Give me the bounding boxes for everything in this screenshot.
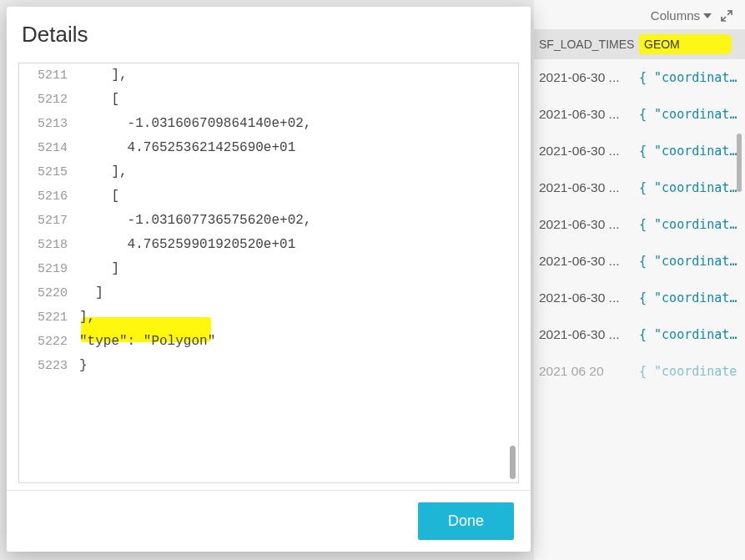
chevron-down-icon (703, 13, 712, 18)
table-row[interactable]: 2021-06-30 ...{ "coordinate... (534, 206, 745, 243)
cell-timestamp: 2021-06-30 ... (539, 217, 639, 232)
cell-geom[interactable]: { "coordinate... (639, 180, 740, 195)
done-button[interactable]: Done (418, 502, 514, 540)
code-line: 5212 [ (19, 88, 518, 112)
code-line: 5214 4.765253621425690e+01 (19, 136, 518, 160)
code-line: 5215 ], (19, 160, 518, 184)
code-text: -1.031607736575620e+02, (79, 209, 311, 232)
code-viewer[interactable]: 5211 ], 5212 [ 5213 -1.031606709864140e+… (18, 63, 519, 483)
table-row[interactable]: 2021-06-30 ...{ "coordinate... (534, 59, 745, 96)
line-number: 5211 (19, 64, 79, 88)
line-number: 5220 (19, 282, 79, 305)
table-row[interactable]: 2021-06-30 ...{ "coordinate... (534, 169, 745, 206)
cell-timestamp: 2021-06-30 ... (539, 327, 639, 342)
code-line: 5221], (19, 305, 518, 330)
grid-toolbar: Columns (534, 0, 745, 29)
cell-geom[interactable]: { "coordinate... (639, 327, 740, 342)
cell-geom[interactable]: { "coordinate... (639, 70, 740, 85)
column-header-label: SF_LOAD_TIMES (539, 38, 634, 51)
code-text: [ (79, 184, 119, 208)
scrollbar-thumb[interactable] (510, 446, 516, 479)
cell-timestamp: 2021-06-30 ... (539, 254, 639, 269)
code-text: ] (79, 281, 103, 305)
table-row[interactable]: 2021-06-30 ...{ "coordinate... (534, 243, 745, 280)
table-row[interactable]: 2021-06-30 ...{ "coordinate... (534, 316, 745, 353)
cell-timestamp: 2021-06-30 ... (539, 180, 639, 195)
cell-geom[interactable]: { "coordinate... (639, 217, 740, 232)
cell-geom[interactable]: { "coordinate... (639, 254, 740, 269)
line-number: 5215 (19, 161, 79, 184)
code-lines: 5211 ], 5212 [ 5213 -1.031606709864140e+… (19, 63, 518, 378)
cell-timestamp: 2021 06 20 (539, 364, 639, 379)
code-text: ], (79, 160, 128, 184)
details-modal: Details 5211 ], 5212 [ 5213 -1.031606709… (7, 7, 531, 552)
code-text: 4.765253621425690e+01 (79, 136, 295, 159)
column-header-sf-load-times[interactable]: SF_LOAD_TIMES (539, 38, 639, 51)
cell-timestamp: 2021-06-30 ... (539, 144, 639, 159)
line-number: 5218 (19, 234, 79, 257)
code-text: } (79, 354, 88, 377)
line-number: 5223 (19, 355, 79, 378)
scrollbar-thumb[interactable] (737, 134, 742, 192)
code-text: "type": "Polygon" (79, 330, 215, 353)
columns-dropdown[interactable]: Columns (651, 8, 712, 23)
column-header-label: GEOM (644, 38, 680, 51)
cell-geom[interactable]: { "coordinate... (639, 290, 740, 305)
grid-body: 2021-06-30 ...{ "coordinate... 2021-06-3… (534, 59, 745, 560)
results-grid: Columns SF_LOAD_TIMES GEOM 2021-06-30 ..… (534, 0, 745, 560)
code-line: 5211 ], (19, 63, 518, 88)
code-line: 5216 [ (19, 184, 518, 209)
cell-geom[interactable]: { "coordinate... (639, 107, 740, 122)
columns-label: Columns (651, 8, 700, 23)
cell-timestamp: 2021-06-30 ... (539, 107, 639, 122)
table-row[interactable]: 2021-06-30 ...{ "coordinate... (534, 96, 745, 133)
code-line: 5220 ] (19, 281, 518, 305)
line-number: 5214 (19, 137, 79, 160)
line-number: 5222 (19, 330, 79, 354)
grid-header-row: SF_LOAD_TIMES GEOM (534, 29, 745, 59)
code-line: 5223} (19, 354, 518, 378)
cell-geom[interactable]: { "coordinate... (639, 144, 740, 159)
cell-timestamp: 2021-06-30 ... (539, 70, 639, 85)
cell-timestamp: 2021-06-30 ... (539, 290, 639, 305)
code-line: 5222"type": "Polygon" (19, 330, 518, 354)
code-text: -1.031606709864140e+02, (79, 112, 311, 135)
line-number: 5219 (19, 258, 79, 281)
modal-footer: Done (7, 490, 531, 552)
code-line: 5213 -1.031606709864140e+02, (19, 112, 518, 136)
table-row[interactable]: 2021-06-30 ...{ "coordinate... (534, 280, 745, 316)
line-number: 5217 (19, 209, 79, 233)
line-number: 5212 (19, 88, 79, 112)
table-row[interactable]: 2021 06 20{ "coordinate (534, 353, 745, 390)
cell-geom[interactable]: { "coordinate (639, 364, 740, 379)
code-text: ] (79, 257, 119, 280)
code-text: 4.765259901920520e+01 (79, 233, 295, 256)
code-text: ], (79, 63, 128, 87)
table-row[interactable]: 2021-06-30 ...{ "coordinate... (534, 133, 745, 169)
line-number: 5221 (19, 306, 79, 330)
code-line: 5217 -1.031607736575620e+02, (19, 209, 518, 233)
column-header-geom[interactable]: GEOM (639, 36, 740, 53)
code-text: [ (79, 88, 119, 111)
code-line: 5219 ] (19, 257, 518, 281)
expand-icon[interactable] (720, 9, 733, 23)
line-number: 5216 (19, 185, 79, 209)
code-line: 5218 4.765259901920520e+01 (19, 233, 518, 257)
code-text: ], (79, 305, 95, 329)
line-number: 5213 (19, 113, 79, 136)
modal-title: Details (7, 7, 531, 56)
